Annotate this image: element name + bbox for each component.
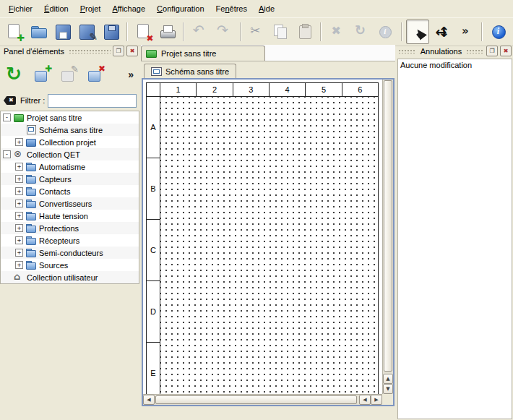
close-panel-button[interactable] <box>500 46 512 56</box>
tree-item-convertisseurs[interactable]: + Convertisseurs <box>1 197 139 210</box>
reload-collections-button[interactable] <box>3 62 27 87</box>
filter-input[interactable] <box>48 94 137 108</box>
tree-item-haute-tension[interactable]: + Haute tension <box>1 210 139 222</box>
tree-item-recepteurs[interactable]: + Récepteurs <box>1 234 139 247</box>
open-file-button[interactable] <box>27 20 50 44</box>
tree-item-label: Protections <box>39 224 79 233</box>
dock-grip-handle[interactable] <box>466 48 484 53</box>
close-file-button[interactable] <box>132 20 155 44</box>
horizontal-scroll-track[interactable] <box>155 395 359 405</box>
undo-history-list[interactable]: Aucune modification <box>397 59 512 419</box>
scroll-left-button-2[interactable]: ◀ <box>359 395 371 405</box>
menu-item-fichier[interactable]: Fichier <box>3 1 38 16</box>
elements-toolbar-overflow-button[interactable]: » <box>125 67 137 82</box>
tree-item-contacts[interactable]: + Contacts <box>1 185 139 197</box>
scroll-right-button[interactable]: ▶ <box>371 395 382 405</box>
tree-item-protections[interactable]: + Protections <box>1 222 139 234</box>
expander-icon[interactable]: + <box>15 212 23 220</box>
expander-icon[interactable]: - <box>3 113 11 121</box>
elements-panel-dock: Panel d'éléments » Filtrer : - Projet <box>0 45 139 420</box>
tri-folder <box>26 199 36 208</box>
toolbar-separator <box>398 20 406 44</box>
pan-mode-button[interactable] <box>430 20 453 44</box>
tree-item-collection-utilisateur[interactable]: Collection utilisateur <box>1 271 139 283</box>
menu-label-post: dition <box>49 4 68 13</box>
paste-button[interactable] <box>293 20 316 44</box>
delete-button[interactable] <box>325 20 348 44</box>
expander-icon[interactable]: + <box>15 175 23 183</box>
menu-item-aide[interactable]: Aide <box>253 1 280 16</box>
edit-element-button[interactable] <box>56 62 81 87</box>
tree-item-collection-projet[interactable]: + Collection projet <box>1 136 139 148</box>
tree-item-collection-qet[interactable]: - Collection QET <box>1 148 139 160</box>
dock-grip-handle[interactable] <box>398 48 416 53</box>
schema-canvas[interactable] <box>160 97 378 394</box>
expander-icon[interactable]: + <box>15 261 23 269</box>
expander-icon[interactable]: + <box>15 138 23 146</box>
scroll-down-button[interactable]: ▼ <box>383 384 393 394</box>
expander-icon[interactable]: + <box>15 236 23 244</box>
vertical-scrollbar[interactable]: ▲ ▼ <box>382 80 393 394</box>
arrow-left-icon: ◀ <box>363 397 366 403</box>
float-panel-button[interactable] <box>113 46 124 56</box>
tree-item-capteurs[interactable]: + Capteurs <box>1 173 139 185</box>
menu-item-affichage[interactable]: Affichage <box>106 1 151 16</box>
save-as-button[interactable] <box>75 20 98 44</box>
new-element-button[interactable] <box>30 62 54 87</box>
ti-sep <box>401 22 402 41</box>
ti-chevron <box>457 23 475 40</box>
save-button[interactable] <box>51 20 74 44</box>
expander-icon[interactable]: + <box>15 163 23 171</box>
close-panel-button[interactable] <box>126 46 138 56</box>
menu-label-post: rojet <box>85 4 100 13</box>
tree-item-schema-sans-titre[interactable]: Schéma sans titre <box>1 124 139 136</box>
copy-button[interactable] <box>269 20 292 44</box>
vertical-scroll-track[interactable] <box>383 80 393 374</box>
vertical-scroll-thumb[interactable] <box>384 80 392 372</box>
new-file-button[interactable] <box>3 20 26 44</box>
toolbar-separator <box>317 20 325 44</box>
float-panel-button[interactable] <box>486 46 498 56</box>
ti-sep <box>481 22 483 41</box>
schema-tab-label: Schéma sans titre <box>165 67 229 76</box>
toolbar-separator <box>180 20 188 44</box>
horizontal-scroll-thumb[interactable] <box>155 395 357 404</box>
schema-sheet[interactable]: 123456 ABCDE <box>146 82 379 394</box>
menu-item-edition[interactable]: Édition <box>38 1 74 16</box>
menu-item-configuration[interactable]: Configuration <box>151 1 210 16</box>
column-label: 5 <box>322 85 326 94</box>
expander-icon[interactable]: + <box>15 224 23 232</box>
schema-viewport[interactable]: 123456 ABCDE <box>143 80 382 394</box>
print-button[interactable] <box>156 20 179 44</box>
cut-button[interactable] <box>245 20 268 44</box>
menu-item-projet[interactable]: Projet <box>74 1 107 16</box>
selection-mode-button[interactable] <box>406 20 429 44</box>
undo-button[interactable] <box>189 20 212 44</box>
tab-schema-sans-titre[interactable]: Schéma sans titre <box>144 64 236 79</box>
expander-icon[interactable]: + <box>15 200 23 207</box>
redo-button[interactable] <box>212 20 236 44</box>
scroll-up-button[interactable]: ▲ <box>383 374 393 384</box>
tree-item-automatisme[interactable]: + Automatisme <box>1 160 139 173</box>
horizontal-scrollbar[interactable]: ◀ ◀ ▶ <box>143 394 382 405</box>
save-all-button[interactable] <box>99 20 122 44</box>
tree-item-label: Projet sans titre <box>27 113 82 122</box>
elements-panel-titlebar: Panel d'éléments <box>0 45 139 57</box>
column-label: 4 <box>285 85 290 94</box>
properties-button[interactable] <box>374 20 397 44</box>
tree-item-projet-sans-titre[interactable]: - Projet sans titre <box>1 111 139 124</box>
expander-icon[interactable]: + <box>15 187 23 195</box>
tree-item-sources[interactable]: + Sources <box>1 259 139 271</box>
clear-filter-icon[interactable] <box>3 93 17 108</box>
rotate-button[interactable] <box>350 20 373 44</box>
tab-projet-sans-titre[interactable]: Projet sans titre <box>141 46 265 61</box>
delete-element-button[interactable] <box>83 62 108 87</box>
tree-item-semi-conducteurs[interactable]: + Semi-conducteurs <box>1 247 139 259</box>
toolbar-overflow-button[interactable] <box>454 20 478 44</box>
scroll-left-button[interactable]: ◀ <box>143 395 155 405</box>
about-button[interactable] <box>487 20 510 44</box>
expander-icon[interactable]: - <box>3 150 11 158</box>
expander-icon[interactable]: + <box>15 249 23 257</box>
dock-grip-handle[interactable] <box>69 48 111 53</box>
menu-item-fenetres[interactable]: Fenêtres <box>210 1 253 16</box>
